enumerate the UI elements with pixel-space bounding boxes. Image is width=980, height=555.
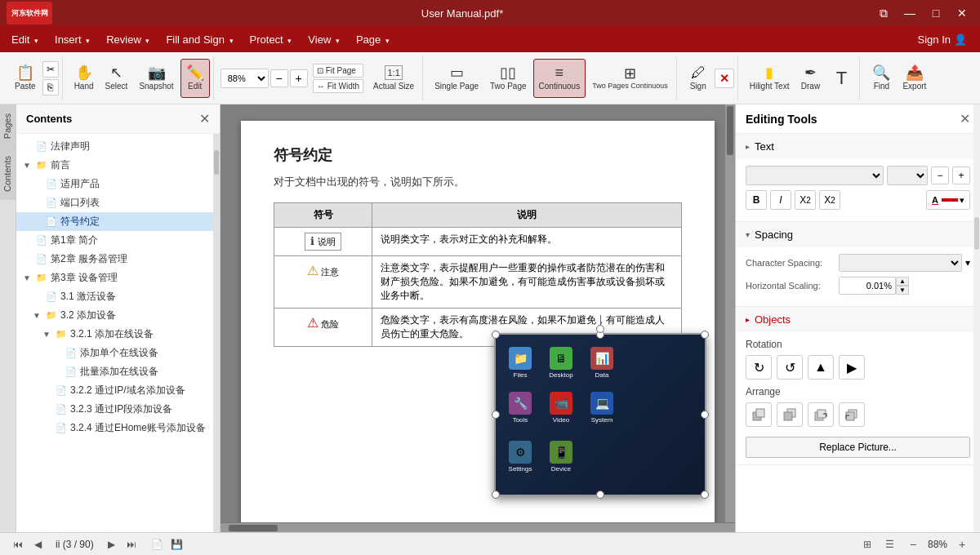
- spacing-section-header[interactable]: ▾ Spacing: [736, 222, 980, 247]
- pdf-hscrollbar[interactable]: [220, 522, 735, 532]
- sign-button[interactable]: 🖊 Sign: [684, 59, 713, 98]
- contents-tab[interactable]: Contents: [0, 147, 16, 200]
- zoom-in-status-button[interactable]: +: [954, 537, 970, 552]
- toc-item[interactable]: ▼📁3.2.1 添加在线设备: [16, 325, 213, 344]
- italic-button[interactable]: I: [770, 190, 791, 210]
- two-page-button[interactable]: ▯▯ Two Page: [485, 59, 531, 98]
- two-pages-continuous-button[interactable]: ⊞ Two Pages Continuous: [587, 59, 673, 98]
- restore-button[interactable]: ⧉: [872, 5, 895, 21]
- font-family-select[interactable]: [746, 166, 884, 185]
- handle-bottom-left[interactable]: [492, 491, 500, 499]
- contents-body[interactable]: 📄法律声明▼📁前言📄适用产品📄端口列表📄符号约定📄第1章 简介📄第2章 服务器管…: [16, 134, 213, 532]
- contents-scrollbar[interactable]: [213, 134, 220, 532]
- char-spacing-select[interactable]: [839, 254, 962, 272]
- flip-vertical-button[interactable]: ▲: [808, 355, 834, 380]
- handle-mid-right[interactable]: [701, 411, 709, 419]
- minimize-button[interactable]: —: [898, 5, 921, 21]
- font-color-button[interactable]: A ▾: [926, 190, 970, 210]
- select-button[interactable]: ↖ Select: [100, 59, 133, 98]
- text-section-header[interactable]: ▸ Text: [736, 134, 980, 159]
- subscript-button[interactable]: X2: [795, 190, 816, 210]
- horiz-scaling-up[interactable]: ▲: [896, 277, 909, 286]
- menu-review[interactable]: Review ▾: [98, 30, 158, 49]
- menu-view[interactable]: View ▾: [300, 30, 348, 49]
- actual-size-button[interactable]: 1:1 Actual Size: [368, 59, 419, 98]
- toc-item[interactable]: 📄符号约定: [16, 212, 213, 231]
- single-page-button[interactable]: ▭ Single Page: [430, 59, 483, 98]
- draw-button[interactable]: ✒ Draw: [795, 59, 825, 98]
- last-page-button[interactable]: ⏭: [123, 537, 140, 552]
- export-button[interactable]: 📤 Export: [898, 59, 931, 98]
- pdf-scrollbar[interactable]: [725, 104, 735, 522]
- handle-mid-left[interactable]: [492, 411, 500, 419]
- toc-item[interactable]: ▼📁3.2 添加设备: [16, 306, 213, 325]
- toc-item[interactable]: ▼📁前言: [16, 156, 213, 175]
- replace-picture-button[interactable]: Replace Picture...: [746, 437, 970, 458]
- menu-edit[interactable]: Edit ▾: [3, 30, 47, 49]
- maximize-button[interactable]: □: [924, 5, 947, 21]
- toc-item[interactable]: 📄法律声明: [16, 137, 213, 156]
- editing-tools-close-button[interactable]: ✕: [960, 111, 970, 127]
- zoom-out-status-button[interactable]: −: [905, 537, 921, 552]
- sign-in-button[interactable]: Sign In 👤: [908, 30, 977, 49]
- prev-page-button[interactable]: ◀: [29, 537, 46, 552]
- typewriter-button[interactable]: T: [826, 59, 856, 98]
- pdf-scrollbar-thumb[interactable]: [727, 106, 733, 155]
- rotate-cw-button[interactable]: ↻: [746, 355, 772, 380]
- bold-button[interactable]: B: [746, 190, 767, 210]
- rotation-handle[interactable]: [596, 315, 604, 333]
- status-save-button[interactable]: 💾: [169, 537, 185, 552]
- handle-bottom-right[interactable]: [701, 491, 709, 499]
- send-backward-button[interactable]: [839, 402, 865, 427]
- toc-item[interactable]: 📄3.2.4 通过EHome账号添加设备: [16, 419, 213, 437]
- status-doc-button[interactable]: 📄: [149, 537, 166, 552]
- next-page-button[interactable]: ▶: [104, 537, 120, 552]
- toc-item[interactable]: 📄3.1 激活设备: [16, 287, 213, 306]
- status-view-button[interactable]: ☰: [882, 537, 898, 552]
- menu-page[interactable]: Page ▾: [348, 30, 398, 49]
- horiz-scaling-input[interactable]: [839, 277, 896, 295]
- toc-item[interactable]: ▼📁第3章 设备管理: [16, 269, 213, 287]
- fit-page-button[interactable]: ⊡ Fit Page: [313, 64, 363, 78]
- handle-top-right[interactable]: [701, 331, 709, 339]
- pages-tab[interactable]: Pages: [0, 104, 16, 147]
- status-settings-button[interactable]: ⊞: [859, 537, 875, 552]
- objects-section-header[interactable]: ▸ Objects: [736, 307, 980, 332]
- zoom-plus-button[interactable]: +: [290, 69, 308, 87]
- continuous-button[interactable]: ≡ Continuous: [533, 59, 586, 98]
- sign-close-button[interactable]: ✕: [715, 69, 734, 88]
- pdf-hscrollbar-thumb[interactable]: [229, 525, 278, 531]
- toc-item[interactable]: 📄添加单个在线设备: [16, 344, 213, 362]
- toc-item[interactable]: 📄3.2.2 通过IP/域名添加设备: [16, 381, 213, 400]
- handle-top-left[interactable]: [492, 331, 500, 339]
- send-to-back-button[interactable]: [777, 402, 803, 427]
- flip-horizontal-button[interactable]: ▶: [839, 355, 865, 380]
- toc-item[interactable]: 📄3.2.3 通过IP段添加设备: [16, 400, 213, 419]
- toc-item[interactable]: 📄端口列表: [16, 193, 213, 212]
- horiz-scaling-down[interactable]: ▼: [896, 286, 909, 295]
- font-size-select[interactable]: [887, 166, 928, 185]
- bring-to-front-button[interactable]: [746, 402, 772, 427]
- menu-protect[interactable]: Protect ▾: [242, 30, 301, 49]
- zoom-minus-button[interactable]: −: [270, 69, 288, 87]
- contents-close-button[interactable]: ✕: [199, 111, 210, 127]
- pdf-scroll-area[interactable]: 符号约定 对于文档中出现的符号，说明如下所示。 符号 说明: [220, 104, 735, 522]
- paste-button[interactable]: 📋 Paste: [10, 59, 41, 98]
- toc-item[interactable]: 📄批量添加在线设备: [16, 362, 213, 381]
- handle-bottom-mid[interactable]: [596, 491, 604, 499]
- decrease-size-button[interactable]: −: [931, 166, 949, 184]
- et-right-scrollbar[interactable]: [973, 215, 980, 509]
- superscript-button[interactable]: X2: [819, 190, 840, 210]
- toc-item[interactable]: 📄适用产品: [16, 175, 213, 193]
- menu-fill-sign[interactable]: Fill and Sign ▾: [158, 30, 241, 49]
- bring-forward-button[interactable]: [808, 402, 834, 427]
- hilight-text-button[interactable]: ▮ Hilight Text: [745, 59, 795, 98]
- cut-button[interactable]: ✂: [42, 61, 59, 78]
- edit-button[interactable]: ✏️ Edit: [180, 59, 210, 98]
- toc-item[interactable]: 📄第1章 简介: [16, 231, 213, 250]
- image-overlay[interactable]: 📁 Files 🖥 Desktop 📊 Data 🔧: [494, 333, 706, 496]
- copy-button[interactable]: ⎘: [42, 79, 59, 95]
- snapshot-button[interactable]: 📷 Snapshot: [134, 59, 178, 98]
- fit-width-button[interactable]: ↔ Fit Width: [313, 79, 363, 93]
- toc-item[interactable]: 📄第2章 服务器管理: [16, 250, 213, 269]
